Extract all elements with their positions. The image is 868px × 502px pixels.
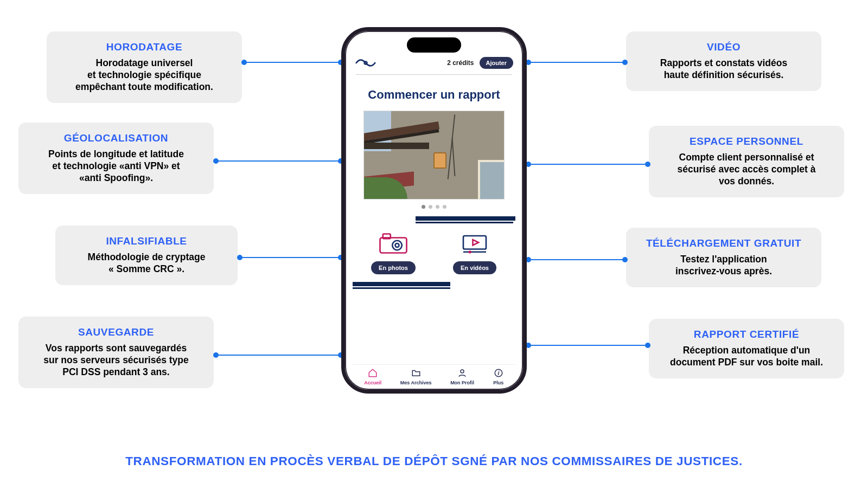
feature-card-sauvegarde: SAUVEGARDE Vos rapports sont sauvegardés…: [18, 317, 214, 388]
app-topbar: 2 crédits Ajouter: [353, 56, 515, 70]
footer-tagline: TRANSFORMATION EN PROCÈS VERBAL DE DÉPÔT…: [0, 454, 868, 468]
nav-archives[interactable]: Mes Archives: [400, 368, 432, 385]
feature-card-infalsifiable: INFALSIFIABLE Méthodologie de cryptage« …: [55, 226, 238, 285]
action-videos[interactable]: En vidéos: [448, 232, 502, 274]
feature-card-telechargement: TÉLÉCHARGEMENT GRATUIT Testez l'applicat…: [626, 228, 821, 287]
feature-title: VIDÉO: [636, 41, 812, 53]
nav-label: Mes Archives: [400, 380, 432, 385]
divider: [356, 74, 512, 75]
feature-card-rapport-certifie: RAPPORT CERTIFIÉ Réception automatique d…: [649, 319, 844, 378]
svg-point-4: [395, 243, 399, 247]
action-photos[interactable]: En photos: [366, 232, 420, 274]
nav-home[interactable]: Accueil: [364, 368, 381, 385]
feature-desc: Compte client personnalisé etsécurisé av…: [659, 152, 834, 188]
feature-desc: Points de longitude et latitudeet techno…: [28, 149, 204, 184]
capture-actions: En photos En vidéos: [353, 232, 515, 274]
dot[interactable]: [422, 205, 425, 209]
feature-card-geolocalisation: GÉOLOCALISATION Points de longitude et l…: [18, 123, 214, 194]
connector: [216, 355, 341, 356]
screen-title: Commencer un rapport: [353, 88, 515, 102]
svg-point-3: [392, 241, 402, 250]
app-logo-icon: [355, 56, 376, 70]
connector: [244, 62, 341, 63]
info-icon: i: [493, 368, 504, 379]
feature-desc: Méthodologie de cryptage« Somme CRC ».: [65, 252, 228, 275]
add-credits-button[interactable]: Ajouter: [480, 57, 514, 69]
dot[interactable]: [429, 205, 432, 209]
sample-photo: [363, 111, 505, 199]
dot[interactable]: [443, 205, 446, 209]
home-icon: [367, 368, 378, 379]
decor-bar: [353, 287, 450, 289]
dot[interactable]: [436, 205, 439, 209]
svg-point-9: [461, 370, 464, 373]
bottom-nav: Accueil Mes Archives Mon Profil i Plus: [353, 364, 515, 390]
phone-mockup: 2 crédits Ajouter Commencer un rapport: [341, 27, 527, 394]
credits-label: 2 crédits: [447, 59, 474, 67]
user-icon: [457, 368, 468, 379]
diagram-stage: HORODATAGE Horodatage universelet techno…: [0, 0, 868, 502]
photos-button[interactable]: En photos: [371, 261, 416, 274]
feature-title: TÉLÉCHARGEMENT GRATUIT: [636, 237, 812, 249]
feature-desc: Horodatage universelet technologie spéci…: [56, 57, 232, 93]
feature-title: HORODATAGE: [56, 41, 232, 53]
decor-bar: [416, 222, 513, 223]
connector: [240, 257, 341, 258]
video-icon: [459, 232, 490, 257]
feature-card-espace-personnel: ESPACE PERSONNEL Compte client personnal…: [649, 126, 844, 197]
connector: [216, 160, 341, 162]
svg-text:i: i: [497, 370, 500, 376]
connector: [528, 62, 625, 63]
svg-point-8: [469, 250, 471, 253]
nav-more[interactable]: i Plus: [493, 368, 504, 385]
nav-label: Accueil: [364, 380, 381, 385]
feature-desc: Vos rapports sont sauvegardéssur nos ser…: [28, 343, 204, 378]
feature-desc: Réception automatique d'undocument PDF s…: [659, 345, 834, 369]
feature-title: SAUVEGARDE: [28, 326, 204, 338]
feature-desc: Testez l'applicationinscrivez-vous après…: [636, 254, 812, 278]
feature-card-video: VIDÉO Rapports et constats vidéoshaute d…: [626, 31, 821, 91]
feature-title: RAPPORT CERTIFIÉ: [659, 329, 834, 340]
camera-icon: [378, 232, 409, 257]
connector: [528, 345, 648, 346]
svg-marker-6: [473, 240, 479, 246]
feature-desc: Rapports et constats vidéoshaute définit…: [636, 57, 812, 81]
svg-rect-5: [463, 236, 486, 249]
feature-card-horodatage: HORODATAGE Horodatage universelet techno…: [47, 31, 242, 103]
feature-title: ESPACE PERSONNEL: [659, 136, 834, 147]
connector: [528, 164, 648, 165]
carousel-dots[interactable]: [353, 205, 515, 209]
nav-profile[interactable]: Mon Profil: [450, 368, 474, 385]
videos-button[interactable]: En vidéos: [453, 261, 496, 274]
feature-title: INFALSIFIABLE: [65, 235, 228, 247]
decor-bar: [353, 282, 450, 286]
phone-screen: 2 crédits Ajouter Commencer un rapport: [345, 31, 523, 390]
nav-label: Plus: [493, 380, 503, 385]
svg-rect-1: [380, 238, 407, 253]
decor-bar: [416, 216, 515, 221]
svg-rect-2: [383, 234, 391, 239]
feature-title: GÉOLOCALISATION: [28, 132, 204, 144]
folder-icon: [411, 368, 422, 379]
connector: [528, 259, 625, 260]
nav-label: Mon Profil: [450, 380, 474, 385]
